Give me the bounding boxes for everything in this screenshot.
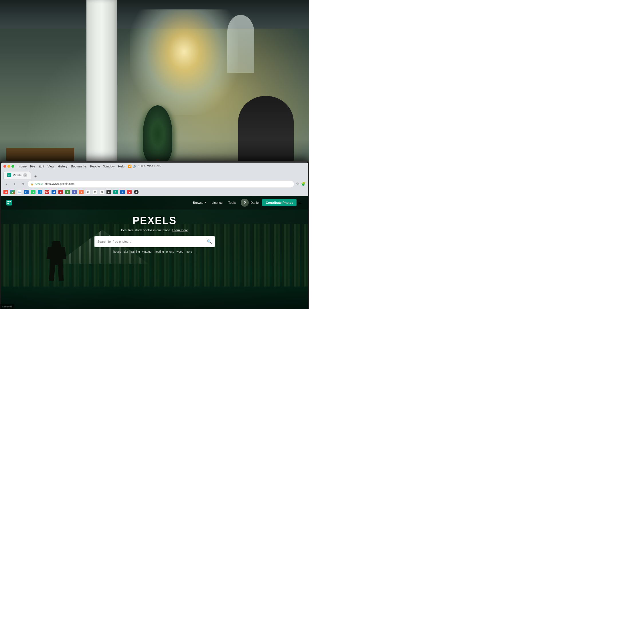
new-tab-button[interactable]: + xyxy=(33,173,38,179)
screen-bezel: hrome File Edit View History Bookmarks P… xyxy=(0,161,309,309)
search-icon[interactable]: 🔍 xyxy=(207,239,212,244)
pexels-search-bar[interactable]: 🔍 xyxy=(94,236,215,247)
search-input[interactable] xyxy=(97,240,207,243)
contribute-photos-button[interactable]: Contribute Photos xyxy=(262,199,297,206)
menu-hrome[interactable]: hrome xyxy=(18,165,27,168)
bookmark-ext5[interactable]: P xyxy=(113,190,118,194)
bookmark-pdf[interactable]: PDF xyxy=(45,190,49,194)
tag-meeting[interactable]: meeting xyxy=(154,250,164,253)
extensions-icon[interactable]: 🧩 xyxy=(301,182,306,186)
tag-vintage[interactable]: vintage xyxy=(142,250,151,253)
bookmark-star-icon[interactable]: ☆ xyxy=(296,182,299,186)
reload-button[interactable]: ↻ xyxy=(19,181,26,187)
browse-dropdown-icon: ▾ xyxy=(204,201,206,204)
menu-history[interactable]: History xyxy=(58,165,68,168)
ext3-icon: A xyxy=(79,190,84,194)
lock-icon: 🔒 xyxy=(31,183,34,185)
menu-edit[interactable]: Edit xyxy=(39,165,44,168)
menu-view[interactable]: View xyxy=(48,165,54,168)
battery-icon: 100% xyxy=(138,165,146,168)
forward-button[interactable]: › xyxy=(11,181,18,187)
tag-blur[interactable]: blur xyxy=(123,250,128,253)
pexels-logo[interactable] xyxy=(6,199,13,206)
learn-more-link[interactable]: Learn more xyxy=(172,228,188,232)
youtube-icon: ▶ xyxy=(58,190,63,194)
pexels-nav-links: Browse ▾ License Tools D xyxy=(191,199,303,207)
svg-rect-3 xyxy=(9,201,11,202)
more-options-button[interactable]: ··· xyxy=(298,200,303,205)
search-tags: house blur training vintage meeting phon… xyxy=(113,250,196,253)
pexels-site-title: PEXELS xyxy=(133,215,177,227)
tag-house[interactable]: house xyxy=(113,250,121,253)
bookmark-gdrive[interactable]: ▲ xyxy=(10,190,15,194)
tag-training[interactable]: training xyxy=(131,250,140,253)
bookmark-ext4[interactable]: ▶ xyxy=(106,190,111,194)
menu-bookmarks[interactable]: Bookmarks xyxy=(71,165,87,168)
tag-wood[interactable]: wood xyxy=(176,250,183,253)
tab-label: Pexels xyxy=(13,174,21,177)
chrome-browser: hrome File Edit View History Bookmarks P… xyxy=(1,163,308,309)
calendar2-icon: 21 xyxy=(24,190,29,194)
ext4-icon: ▶ xyxy=(106,190,111,194)
secure-label: Secure xyxy=(35,183,43,185)
bookmark-cal2[interactable]: 21 xyxy=(24,190,29,194)
bookmark-cal1[interactable]: 20 xyxy=(17,190,22,194)
laptop-screen: hrome File Edit View History Bookmarks P… xyxy=(0,161,309,309)
tab-close-button[interactable]: × xyxy=(23,173,27,177)
menu-help[interactable]: Help xyxy=(118,165,125,168)
license-nav-item[interactable]: License xyxy=(210,199,225,206)
bookmark-medium[interactable]: M xyxy=(86,190,90,194)
svg-rect-1 xyxy=(7,201,9,202)
plant-foliage xyxy=(143,105,173,163)
bookmark-ext7[interactable]: ● xyxy=(127,190,132,194)
bookmark-medium3[interactable]: M xyxy=(100,190,104,194)
window-area xyxy=(130,9,238,115)
bottom-status-bar: Searches xyxy=(0,304,14,309)
bottom-label: Searches xyxy=(2,305,12,308)
bookmark-ext8[interactable]: ◉ xyxy=(134,190,139,194)
browse-nav-item[interactable]: Browse ▾ xyxy=(191,199,208,206)
sheets-icon: ⊞ xyxy=(65,190,70,194)
wifi-icon: 📶 xyxy=(128,165,131,168)
menu-people[interactable]: People xyxy=(90,165,100,168)
back-button[interactable]: ‹ xyxy=(3,181,10,187)
close-button[interactable] xyxy=(3,165,6,168)
ext7-icon: ● xyxy=(127,190,132,194)
bookmark-sheets[interactable]: ⊞ xyxy=(65,190,70,194)
bookmark-ext1[interactable]: ◀ xyxy=(52,190,56,194)
maximize-button[interactable] xyxy=(11,165,14,168)
bookmark-medium2[interactable]: M xyxy=(93,190,97,194)
medium-icon: M xyxy=(86,190,90,194)
user-area[interactable]: D Daniel xyxy=(239,199,261,207)
ext6-icon: i xyxy=(120,190,125,194)
bookmark-ext3[interactable]: A xyxy=(79,190,84,194)
pexels-subtitle: Best free stock photos in one place. Lea… xyxy=(121,228,188,232)
menu-file[interactable]: File xyxy=(30,165,35,168)
tab-bar: P Pexels × + xyxy=(1,170,308,179)
clock: Wed 16:15 xyxy=(147,165,161,168)
menu-window[interactable]: Window xyxy=(103,165,114,168)
bookmark-gmail[interactable]: M xyxy=(3,190,8,194)
tag-more[interactable]: more → xyxy=(185,250,196,253)
chrome-menu: hrome File Edit View History Bookmarks P… xyxy=(15,163,163,169)
bookmark-telegram[interactable]: ✈ xyxy=(38,190,42,194)
mac-titlebar: hrome File Edit View History Bookmarks P… xyxy=(1,163,308,170)
gmail-icon: M xyxy=(3,190,8,194)
calendar-icon: 20 xyxy=(17,190,22,194)
bookmark-ext2[interactable]: A xyxy=(72,190,77,194)
medium3-icon: M xyxy=(100,190,104,194)
address-bar[interactable]: 🔒 Secure https://www.pexels.com xyxy=(27,180,294,188)
ext1-icon: ◀ xyxy=(52,190,56,194)
pexels-bm-icon: P xyxy=(113,190,118,194)
bookmark-ext6[interactable]: i xyxy=(120,190,125,194)
tab-favicon: P xyxy=(7,173,11,177)
tag-phone[interactable]: phone xyxy=(166,250,174,253)
window-light xyxy=(130,9,238,115)
tools-nav-item[interactable]: Tools xyxy=(226,199,238,206)
minimize-button[interactable] xyxy=(7,165,10,168)
bookmark-yt[interactable]: ▶ xyxy=(58,190,63,194)
bookmark-bar: M ▲ 20 21 ● ✈ PDF xyxy=(1,189,308,196)
svg-rect-0 xyxy=(6,200,12,206)
bookmark-whatsapp[interactable]: ● xyxy=(31,190,35,194)
active-tab[interactable]: P Pexels × xyxy=(3,171,31,179)
